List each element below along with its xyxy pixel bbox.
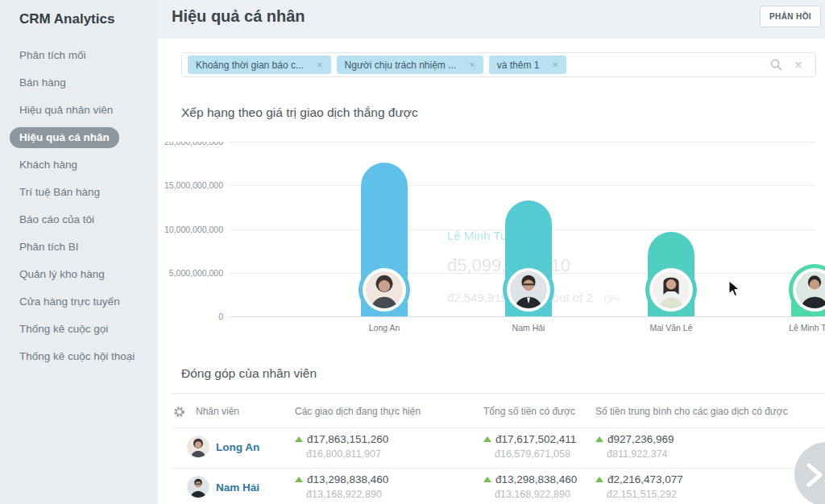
table-title: Đóng góp của nhân viên xyxy=(181,366,317,381)
filter-chip-report-period[interactable]: Khoảng thời gian báo c... × xyxy=(188,56,331,74)
app-title: CRM Analytics xyxy=(19,11,114,27)
trend-up-icon xyxy=(483,477,491,482)
search-icon[interactable] xyxy=(770,59,782,71)
cell-open-deals: đ17,863,151,260 đ16,800,811,907 xyxy=(295,433,388,460)
table-row[interactable]: Nam Hải đ13,298,838,460 đ13,168,922,890 … xyxy=(158,469,825,504)
avatar xyxy=(187,436,209,458)
x-axis-line xyxy=(230,316,815,317)
feedback-button[interactable]: PHẢN HỒI xyxy=(760,6,821,27)
sidebar-item-phan-tich-bi[interactable]: Phân tích BI xyxy=(0,233,158,261)
sidebar-item-khach-hang[interactable]: Khách hàng xyxy=(0,151,158,179)
cell-sub-value: đ16,579,671,058 xyxy=(483,448,576,460)
cell-sub-value: đ2,151,515,292 xyxy=(595,489,683,500)
cell-sub-value: đ16,800,811,907 xyxy=(295,448,388,460)
x-label-long-an: Long An xyxy=(328,323,441,333)
filter-chip-responsible-person[interactable]: Người chịu trách nhiệm ... × xyxy=(337,56,483,74)
avatar-photo xyxy=(510,271,547,308)
column-header-employee[interactable]: Nhân viên xyxy=(196,406,239,417)
filter-chip-and-more[interactable]: và thêm 1 × xyxy=(489,56,566,74)
chip-close-icon[interactable]: × xyxy=(469,60,475,70)
cell-avg-won: đ2,216,473,077 đ2,151,515,292 xyxy=(595,473,683,500)
sidebar-item-thong-ke-cuoc-goi[interactable]: Thống kê cuộc gọi xyxy=(0,316,158,343)
sidebar-item-cua-hang-truc-tuyen[interactable]: Cửa hàng trực tuyến xyxy=(0,288,158,316)
avatar-photo xyxy=(796,271,825,308)
column-header-open-deals[interactable]: Các giao dịch đang thực hiện xyxy=(295,406,421,417)
avatar-photo xyxy=(653,271,690,308)
sidebar-item-thong-ke-cuoc-hoi-thoai[interactable]: Thống kê cuộc hội thoại xyxy=(0,343,158,370)
sidebar-item-hieu-qua-ca-nhan[interactable]: Hiệu quả cá nhân xyxy=(0,124,158,151)
gridline xyxy=(230,142,815,143)
avatar-photo xyxy=(366,271,403,308)
sidebar-item-quan-ly-kho-hang[interactable]: Quản lý kho hàng xyxy=(0,261,158,288)
x-label-nam-hai: Nam Hải xyxy=(472,323,585,333)
sidebar-item-ban-hang[interactable]: Bán hàng xyxy=(0,69,158,97)
x-label-le-minh-tuan: Lê Minh Tuấn xyxy=(758,323,825,333)
gridline xyxy=(230,185,815,186)
chip-close-icon[interactable]: × xyxy=(552,60,558,70)
avatar xyxy=(187,476,209,498)
y-tick-label: 10,000,000,000 xyxy=(158,225,223,234)
cell-avg-won: đ927,236,969 đ811,922,374 xyxy=(595,433,674,460)
tooltip-pct-note: (3% xyxy=(604,294,620,304)
sidebar-item-tri-tue-ban-hang[interactable]: Trí tuệ Bán hàng xyxy=(0,179,158,206)
sidebar-nav: Phân tích mối Bán hàng Hiệu quả nhân viê… xyxy=(0,42,158,370)
cell-sub-value: đ13,168,922,890 xyxy=(483,489,577,500)
trend-up-icon xyxy=(295,436,303,442)
y-tick-label: 20,000,000,000 xyxy=(158,142,223,147)
filter-search-input[interactable]: Khoảng thời gian báo c... × Người chịu t… xyxy=(181,52,816,77)
chart-plot-area: 20,000,000,000 15,000,000,000 10,000,000… xyxy=(230,142,815,316)
main-content: Khoảng thời gian báo c... × Người chịu t… xyxy=(158,39,825,504)
sidebar-item-bao-cao-cua-toi[interactable]: Báo cáo của tôi xyxy=(0,206,158,233)
cell-open-deals: đ13,298,838,460 đ13,168,922,890 xyxy=(295,473,388,500)
clear-filters-icon[interactable]: × xyxy=(794,58,802,72)
y-tick-label: 0 xyxy=(158,312,223,321)
x-label-mai-van-le: Mai Văn Lê xyxy=(615,323,728,333)
avatar-long-an[interactable] xyxy=(359,264,410,316)
chip-close-icon[interactable]: × xyxy=(317,60,323,70)
crm-analytics-app: { "sidebar": { "brand": "CRM Analytics",… xyxy=(0,0,825,504)
sidebar: CRM Analytics Phân tích mối Bán hàng Hiệ… xyxy=(0,0,158,504)
column-header-avg-won[interactable]: Số tiền trung bình cho các giao dịch có … xyxy=(595,406,788,417)
avatar-mai-van-le[interactable] xyxy=(645,264,697,316)
trend-up-icon xyxy=(483,436,491,442)
employee-name-link[interactable]: Nam Hải xyxy=(216,481,259,494)
avatar-nam-hai[interactable] xyxy=(503,264,554,316)
column-header-total-won[interactable]: Tổng số tiền có được xyxy=(483,406,575,417)
page-title: Hiệu quả cá nhân xyxy=(172,7,305,26)
trend-up-icon xyxy=(595,436,603,442)
employee-name-link[interactable]: Long An xyxy=(216,441,259,453)
chart-title: Xếp hạng theo giá trị giao dịch thắng đư… xyxy=(181,105,418,120)
trend-up-icon xyxy=(295,477,303,482)
sidebar-item-hieu-qua-nhan-vien[interactable]: Hiệu quả nhân viên xyxy=(0,97,158,124)
table-settings-gear-icon[interactable] xyxy=(173,406,185,418)
y-tick-label: 5,000,000,000 xyxy=(158,268,223,278)
chevron-right-icon xyxy=(802,461,825,489)
cell-total-won: đ13,298,838,460 đ13,168,922,890 xyxy=(483,473,577,500)
cell-total-won: đ17,617,502,411 đ16,579,671,058 xyxy=(483,433,576,460)
bar-chart: 20,000,000,000 15,000,000,000 10,000,000… xyxy=(158,142,825,348)
cell-sub-value: đ811,922,374 xyxy=(595,448,674,460)
sidebar-item-phan-tich-moi[interactable]: Phân tích mối xyxy=(0,42,158,69)
mouse-cursor-icon xyxy=(728,280,740,297)
y-tick-label: 15,000,000,000 xyxy=(158,180,223,190)
cell-sub-value: đ13,168,922,890 xyxy=(295,489,388,500)
divider xyxy=(171,393,825,394)
trend-up-icon xyxy=(595,477,603,482)
table-row[interactable]: Long An đ17,863,151,260 đ16,800,811,907 … xyxy=(158,428,825,469)
